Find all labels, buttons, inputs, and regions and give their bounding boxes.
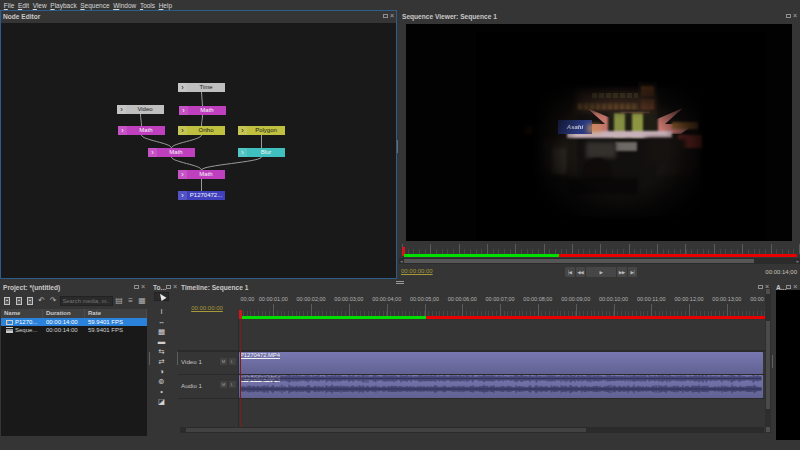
list-view-button[interactable]: ≡ [126, 295, 136, 306]
timeline-vscrollbar-handle[interactable] [766, 321, 770, 409]
float-panel-icon[interactable] [166, 285, 171, 289]
razor-tool-button[interactable]: ▬ [154, 337, 169, 346]
icon-view-button[interactable]: ▦ [137, 295, 147, 306]
audio-monitor-screen [776, 290, 800, 440]
close-panel-icon[interactable] [793, 285, 797, 289]
timeline-hscrollbar-handle[interactable] [186, 428, 586, 432]
splitter-handle[interactable] [772, 355, 774, 368]
scroll-right-icon[interactable]: ▸ [796, 258, 799, 264]
menu-edit[interactable]: Edit [16, 2, 31, 9]
transport-controls: |◀◀◀▶▶▶▶| [565, 267, 637, 277]
close-panel-icon[interactable] [141, 285, 145, 289]
search-media-input[interactable] [60, 296, 113, 306]
timeline-current-timecode[interactable]: 00:00:00:00 [178, 305, 236, 311]
node-math-2[interactable]: Math [118, 126, 165, 135]
splitter-handle[interactable] [149, 352, 151, 365]
timeline-playhead[interactable] [239, 310, 242, 319]
undo-button[interactable] [37, 295, 47, 306]
mute-button[interactable]: M [220, 358, 227, 365]
float-panel-icon[interactable] [786, 285, 791, 289]
redo-button[interactable] [48, 295, 58, 306]
column-header-duration[interactable]: Duration [43, 309, 85, 318]
node-video[interactable]: Video [117, 105, 164, 114]
splitter-handle[interactable] [396, 281, 404, 286]
mute-button[interactable]: M [220, 381, 227, 388]
menu-playback[interactable]: Playback [48, 2, 78, 9]
node-polygon[interactable]: Polygon [238, 126, 285, 135]
video-clip-icon [6, 320, 13, 325]
node-ortho[interactable]: Ortho [178, 126, 225, 135]
float-panel-icon[interactable] [758, 285, 763, 289]
play-button[interactable]: ▶ [586, 267, 616, 277]
menu-view[interactable]: View [31, 2, 49, 9]
ruler-label: 00:00:14;00 [750, 296, 765, 302]
node-math-4[interactable]: Math [178, 170, 225, 179]
menu-file[interactable]: File [2, 2, 16, 9]
timeline-playhead-line [240, 319, 241, 427]
lock-button[interactable]: L [229, 381, 236, 388]
node-math-3[interactable]: Math [148, 148, 195, 157]
media-row-1[interactable]: P1270...00:00:14:0059.9401 FPS [1, 318, 147, 327]
menu-sequence[interactable]: Sequence [78, 2, 111, 9]
node-output[interactable]: P1270472... [178, 191, 225, 200]
project-list-header[interactable]: NameDurationRate [1, 309, 147, 318]
project-title-bar: Project: *(untitled) [0, 281, 148, 293]
rewind-button[interactable]: ◀◀ [576, 267, 586, 277]
pointer-tool-button[interactable] [154, 292, 169, 301]
float-panel-icon[interactable] [134, 285, 139, 289]
node-graph-canvas[interactable]: TimeVideoMathMathOrthoPolygonMathBlurMat… [1, 23, 396, 278]
menu-tools[interactable]: Tools [138, 2, 157, 9]
column-header-name[interactable]: Name [1, 309, 43, 318]
node-math-1[interactable]: Math [179, 106, 226, 115]
ripple-icon: ↔ [158, 317, 166, 326]
video-clip[interactable]: P1270472.MP4 [239, 352, 763, 375]
transition-tool-button[interactable]: ◪ [154, 397, 169, 406]
new-project-button[interactable] [2, 295, 12, 306]
fast-forward-button[interactable]: ▶▶ [617, 267, 627, 277]
scroll-left-icon[interactable]: ◂ [400, 258, 403, 264]
menu-window[interactable]: Window [111, 2, 138, 9]
viewer-title-bar: Sequence Viewer: Sequence 1 [399, 10, 800, 22]
close-panel-icon[interactable] [390, 14, 394, 18]
viewer-duration-timecode: 00:00:14;00 [765, 269, 797, 275]
open-project-button[interactable] [14, 295, 24, 306]
skip-to-end-button[interactable]: ▶| [628, 267, 638, 277]
lock-button[interactable]: L [229, 358, 236, 365]
column-header-rate[interactable]: Rate [85, 309, 147, 318]
slide-tool-button[interactable]: ⇄ [154, 357, 169, 366]
skip-to-start-button[interactable]: |◀ [565, 267, 575, 277]
node-time[interactable]: Time [178, 83, 225, 92]
audio-clip[interactable]: P1270472.MP4 [239, 375, 763, 398]
ruler-label: 00:00:10;00 [599, 296, 628, 302]
rolling-tool-button[interactable]: ▦ [154, 327, 169, 336]
timeline-vscrollbar[interactable] [765, 288, 771, 433]
project-toolbar: ▤ ≡ ▦ [1, 294, 147, 307]
timeline-hscrollbar[interactable] [180, 427, 764, 433]
zoom-tool-button[interactable]: ⊚ [154, 377, 169, 386]
splitter-handle[interactable] [397, 140, 399, 153]
float-panel-icon[interactable] [786, 14, 791, 18]
menu-help[interactable]: Help [157, 2, 174, 9]
save-project-button[interactable] [25, 295, 35, 306]
tree-view-button[interactable]: ▤ [114, 295, 124, 306]
timeline-title: Timeline: Sequence 1 [181, 284, 248, 291]
slip-tool-button[interactable]: ⇆ [154, 347, 169, 356]
viewer-cache-bar-cached [404, 254, 559, 257]
media-row-2[interactable]: Seque...00:00:14:0059.9401 FPS [1, 326, 147, 335]
splitter-handle[interactable] [177, 352, 179, 365]
close-panel-icon[interactable] [173, 285, 177, 289]
hand-tool-button[interactable]: ◑ [154, 367, 169, 376]
viewer-cache-bar-uncached [559, 254, 797, 257]
node-blur[interactable]: Blur [238, 148, 285, 157]
record-tool-button[interactable]: • [154, 387, 169, 396]
viewer-scrollbar[interactable]: ◂ ▸ [399, 258, 800, 264]
viewer-scrollbar-handle[interactable] [404, 259, 754, 263]
pointer-icon [157, 292, 166, 301]
close-panel-icon[interactable] [793, 14, 797, 18]
tools-panel: To... I↔▦▬⇆⇄◑⊚•◪ [150, 281, 177, 437]
viewer-current-timecode[interactable]: 00:00:00:00 [401, 268, 433, 274]
float-panel-icon[interactable] [383, 14, 388, 18]
sequence-viewer-panel: Sequence Viewer: Sequence 1 [399, 10, 800, 279]
ripple-tool-button[interactable]: ↔ [154, 317, 169, 326]
edit-tool-button[interactable]: I [154, 307, 169, 316]
